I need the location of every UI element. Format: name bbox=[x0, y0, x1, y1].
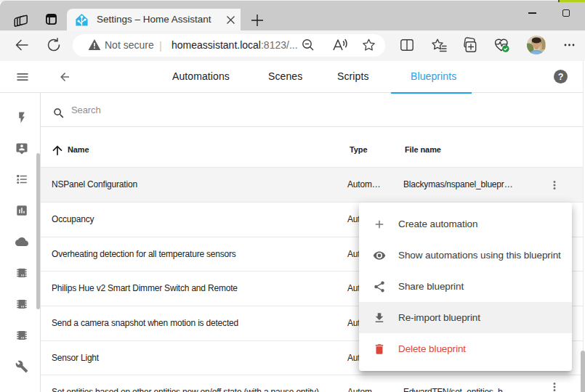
svg-text:?: ? bbox=[558, 72, 564, 82]
